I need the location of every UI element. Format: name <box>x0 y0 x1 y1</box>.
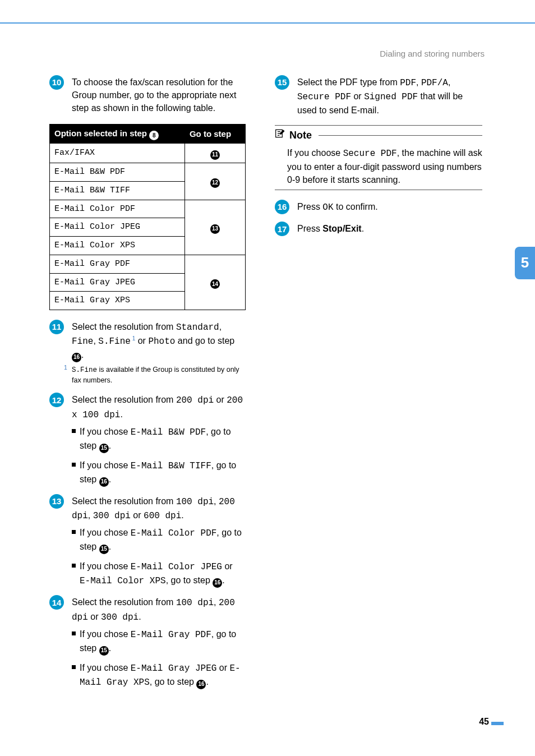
step-16: 16 Press OK to confirm. <box>275 200 482 214</box>
step-bullet: 16 <box>275 200 289 214</box>
note-title: Note <box>289 128 312 142</box>
step-bullet: 10 <box>49 75 64 90</box>
step-text: Press Stop/Exit. <box>297 222 482 235</box>
step-10: 10 To choose the fax/scan resolution for… <box>49 76 246 115</box>
list-item: If you chose E-Mail Color PDF, go to ste… <box>72 526 246 554</box>
step-text: Select the PDF type from PDF, PDF/A, Sec… <box>297 76 482 117</box>
step-13: 13 Select the resolution from 100 dpi, 2… <box>49 495 246 588</box>
note-block: Note If you choose Secure PDF, the machi… <box>275 125 482 191</box>
table-header-option: Option selected in step 8 <box>50 124 185 144</box>
page-header: Dialing and storing numbers <box>380 48 485 60</box>
list-item: If you chose E-Mail B&W TIFF, go to step… <box>72 459 246 487</box>
step-text: Select the resolution from Standard, Fin… <box>72 320 246 362</box>
step-text: Select the resolution from 100 dpi, 200 … <box>72 596 246 624</box>
step-text: Press OK to confirm. <box>297 200 482 214</box>
step-bullet: 13 <box>49 494 64 509</box>
step-11: 11 Select the resolution from Standard, … <box>49 320 246 385</box>
page-mark <box>491 722 504 725</box>
step-bullet: 15 <box>275 75 289 90</box>
note-rule-bottom <box>275 190 482 190</box>
step-17: 17 Press Stop/Exit. <box>275 222 482 236</box>
list-item: If you chose E-Mail Gray JPEG or E-Mail … <box>72 661 246 689</box>
table-header-step: Go to step <box>185 124 245 144</box>
step-text: Select the resolution from 100 dpi, 200 … <box>72 495 246 523</box>
step-text: To choose the fax/scan resolution for th… <box>72 76 246 115</box>
page-number: 45 <box>479 715 489 728</box>
step-14: 14 Select the resolution from 100 dpi, 2… <box>49 596 246 689</box>
list-item: If you chose E-Mail Gray PDF, go to step… <box>72 628 246 656</box>
list-item: If you chose E-Mail B&W PDF, go to step … <box>72 425 246 453</box>
step-bullet: 11 <box>49 320 64 334</box>
note-rule <box>319 135 482 136</box>
step-bullet: 14 <box>49 595 64 610</box>
step-bullet: 17 <box>275 222 289 236</box>
step-15: 15 Select the PDF type from PDF, PDF/A, … <box>275 76 482 117</box>
list-item: If you chose E-Mail Color JPEG or E-Mail… <box>72 560 246 588</box>
note-icon <box>275 128 286 143</box>
note-body: If you choose Secure PDF, the machine wi… <box>287 146 482 187</box>
footnote-1: 1 S.Fine is available if the Group is co… <box>72 365 246 385</box>
top-rule <box>0 22 535 24</box>
step-bullet: 12 <box>49 393 64 407</box>
step-12: 12 Select the resolution from 200 dpi or… <box>49 393 246 486</box>
step-text: Select the resolution from 200 dpi or 20… <box>72 393 246 421</box>
option-step-table: Option selected in step 8 Go to step Fax… <box>49 124 246 311</box>
chapter-tab: 5 <box>515 247 535 279</box>
